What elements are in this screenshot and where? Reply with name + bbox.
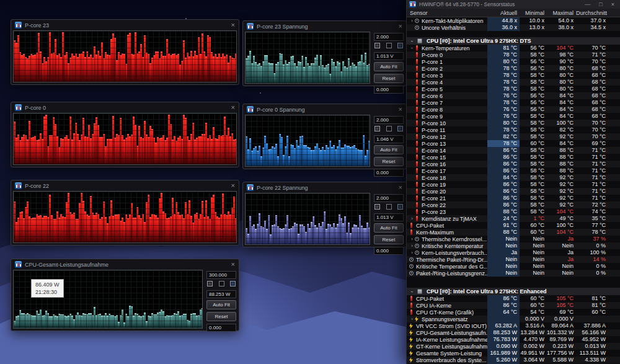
sensor-row[interactable]: P-core 1178 °C58 °C82 °C70 °C xyxy=(407,127,620,133)
close-icon[interactable]: × xyxy=(231,261,235,268)
sensor-row[interactable]: P-core 1282 °C58 °C92 °C70 °C xyxy=(407,133,620,140)
option-checkbox-3[interactable] xyxy=(397,204,403,210)
auto-fit-button[interactable]: Auto Fit xyxy=(374,145,404,154)
sensor-row[interactable]: Uncore Verhältnis36.0 x13.0 x38.0 x34.5 … xyxy=(407,24,620,31)
sensor-row[interactable]: P-core 2286 °C58 °C92 °C72 °C xyxy=(407,202,620,208)
sensor-row[interactable]: Kritische Temperatur des G...NeinNeinNei… xyxy=(407,263,620,270)
reset-button[interactable]: Reset xyxy=(206,312,236,321)
option-checkbox-2[interactable] xyxy=(386,204,392,210)
option-checkbox-1[interactable] xyxy=(374,43,380,48)
column-header-sensor[interactable]: Sensor xyxy=(407,10,487,16)
scale-min-input[interactable]: 0.000 xyxy=(374,247,404,255)
graph-window-titlebar[interactable]: CPU-Gesamt-Leistungsaufnahme× xyxy=(11,259,239,270)
sensor-row[interactable]: E-core 1586 °C58 °C88 °C71 °C xyxy=(407,154,620,161)
sensor-row[interactable]: P-core 180 °C56 °C90 °C70 °C xyxy=(407,58,620,65)
option-checkbox-3[interactable] xyxy=(397,43,403,48)
sensor-row[interactable]: CPU-Paket91 °C60 °C100 °C77 °C xyxy=(407,222,620,229)
sensor-row[interactable]: Thermische Paket-/Ring-Dr...NeinNeinJa14… xyxy=(407,256,620,263)
close-icon[interactable]: × xyxy=(399,184,402,191)
reset-button[interactable]: Reset xyxy=(374,74,404,83)
option-checkbox-1[interactable] xyxy=(207,281,213,286)
sensor-row[interactable]: E-core 2186 °C58 °C92 °C71 °C xyxy=(407,195,620,202)
auto-fit-button[interactable]: Auto Fit xyxy=(374,62,404,71)
auto-fit-button[interactable]: Auto Fit xyxy=(206,300,236,309)
sensor-row[interactable]: P-core 1378 °C60 °C84 °C69 °C xyxy=(407,140,620,147)
close-icon[interactable]: × xyxy=(231,104,235,111)
scale-max-input[interactable]: 2.000 xyxy=(374,194,404,202)
sensor-row[interactable]: VR VCC Strom (SVID IOUT)63.282 A3.516 A8… xyxy=(407,322,620,329)
scale-max-input[interactable]: 2.000 xyxy=(374,33,404,41)
expand-arrow-icon[interactable]: › xyxy=(409,236,415,242)
sensor-row[interactable]: E-core 378 °C58 °C80 °C68 °C xyxy=(407,72,620,79)
scale-min-input[interactable]: 0.000 xyxy=(206,324,236,332)
sensor-row[interactable]: ›Kern-Leistungsverbrauch...JaNeinJa100 % xyxy=(407,249,620,256)
sensor-row[interactable]: E-core 976 °C58 °C84 °C68 °C xyxy=(407,113,620,120)
graph-window-titlebar[interactable]: P-core 0× xyxy=(11,102,239,113)
sensor-row[interactable]: ›Kern-Temperaturen81 °C56 °C104 °C70 °C xyxy=(407,45,620,51)
auto-fit-button[interactable]: Auto Fit xyxy=(374,223,404,233)
sensor-row[interactable]: E-core 1786 °C58 °C88 °C71 °C xyxy=(407,167,620,174)
sensor-row[interactable]: E-core 1884 °C58 °C92 °C71 °C xyxy=(407,174,620,181)
column-header-maximal[interactable]: Maximal xyxy=(547,10,576,16)
close-icon[interactable]: × xyxy=(399,23,402,30)
column-header-minimal[interactable]: Minimal xyxy=(520,10,547,16)
sensor-row[interactable]: CPU-Gesamt-Leistungsaufn...88.253 W13.28… xyxy=(407,329,620,336)
column-header-aktuell[interactable]: Aktuell xyxy=(487,10,520,16)
sensor-row[interactable]: CPU GT-Kerne (Grafik)64 °C54 °C69 °C60 °… xyxy=(407,309,620,316)
graph-canvas[interactable] xyxy=(245,193,370,245)
expand-arrow-icon[interactable]: › xyxy=(409,316,415,322)
collapse-arrow-icon[interactable]: › xyxy=(409,289,415,295)
graph-window-titlebar[interactable]: P-core 23× xyxy=(11,20,239,30)
graph-canvas[interactable] xyxy=(245,115,370,167)
option-checkbox-3[interactable] xyxy=(397,126,403,131)
option-checkbox-1[interactable] xyxy=(374,126,380,131)
sensor-row[interactable]: P-core 2388 °C58 °C104 °C74 °C xyxy=(407,208,620,215)
reset-button[interactable]: Reset xyxy=(374,157,404,166)
sensor-row[interactable]: Gesamte System-Leistung161.989 W49.951 W… xyxy=(407,350,620,357)
scale-min-input[interactable]: 0.000 xyxy=(374,169,404,177)
minimize-button[interactable]: — xyxy=(585,1,590,7)
sensor-row[interactable]: ›Thermische Kerndrossel...NeinNeinJa37 % xyxy=(407,236,620,242)
graph-canvas[interactable] xyxy=(13,191,237,243)
option-checkbox-2[interactable] xyxy=(386,126,392,131)
graph-window-titlebar[interactable]: P-core 0 Spannung× xyxy=(243,104,406,115)
sensor-row[interactable]: Paket-/Ring-Leistungsgrenz...NeinNeinNei… xyxy=(407,270,620,277)
sensor-row[interactable]: E-core 876 °C56 °C84 °C68 °C xyxy=(407,106,620,113)
sensor-row[interactable]: ›Kern-Takt-Multiplikatoren44.8 x10.0 x54… xyxy=(407,17,620,24)
scale-max-input[interactable]: 2.000 xyxy=(374,116,404,124)
sensor-row[interactable]: E-core 1686 °C58 °C88 °C71 °C xyxy=(407,161,620,167)
section-header[interactable]: ›CPU [#0]: Intel Core Ultra 9 275HX: Enh… xyxy=(407,288,620,295)
expand-arrow-icon[interactable]: › xyxy=(409,45,415,51)
sensor-row[interactable]: P-core 1080 °C58 °C100 °C70 °C xyxy=(407,120,620,127)
sensor-row[interactable]: E-core 278 °C56 °C80 °C68 °C xyxy=(407,65,620,72)
graph-canvas[interactable]: 86.409 W21:28:30 xyxy=(13,270,203,329)
option-checkbox-2[interactable] xyxy=(386,43,392,48)
graph-canvas[interactable] xyxy=(245,32,370,84)
scale-max-input[interactable]: 300.000 xyxy=(206,271,236,279)
expand-arrow-icon[interactable]: › xyxy=(409,250,415,255)
option-checkbox-2[interactable] xyxy=(219,281,224,286)
sensor-row[interactable]: E-core 778 °C56 °C84 °C68 °C xyxy=(407,99,620,106)
close-button[interactable]: × xyxy=(611,1,614,7)
close-icon[interactable]: × xyxy=(399,106,402,113)
sensor-row[interactable]: Kern-Maximum88 °C60 °C104 °C78 °C xyxy=(407,229,620,236)
hwinfo-titlebar[interactable]: HWiNFO® 64 v8.28-5770 - Sensorstatus — □… xyxy=(407,0,620,9)
sensor-row[interactable]: CPU-Paket86 °C60 °C105 °C81 °C xyxy=(407,295,620,302)
close-icon[interactable]: × xyxy=(231,22,235,29)
sensor-row[interactable]: E-core 578 °C58 °C80 °C68 °C xyxy=(407,86,620,92)
sensor-row[interactable]: Stromverbrauch des Syste...5.260 W3.064 … xyxy=(407,357,620,363)
section-header[interactable]: ›CPU [#0]: Intel Core Ultra 9 275HX: DTS xyxy=(407,37,620,45)
sensor-row[interactable]: P-core 078 °C58 °C98 °C71 °C xyxy=(407,51,620,58)
graph-window-titlebar[interactable]: P-core 23 Spannung× xyxy=(243,21,406,32)
sensor-row[interactable]: ›Kerndistanz zu TjMAX24 °C1 °C49 °C35 °C xyxy=(407,215,620,222)
sensor-row[interactable]: ›Spannungsversatz0.000 V0.000 V xyxy=(407,316,620,322)
sensor-row[interactable]: CPU IA-Kerne86 °C60 °C105 °C81 °C xyxy=(407,302,620,309)
graph-window-titlebar[interactable]: P-core 22× xyxy=(11,180,239,191)
close-icon[interactable]: × xyxy=(231,182,235,189)
scale-min-input[interactable]: 0.000 xyxy=(374,86,404,94)
option-checkbox-3[interactable] xyxy=(230,281,236,286)
reset-button[interactable]: Reset xyxy=(374,235,404,244)
expand-arrow-icon[interactable]: › xyxy=(409,216,415,221)
graph-canvas[interactable] xyxy=(13,113,237,165)
sensor-row[interactable]: IA-Kerne Leistungsaufnahme76.783 W4.470 … xyxy=(407,336,620,343)
